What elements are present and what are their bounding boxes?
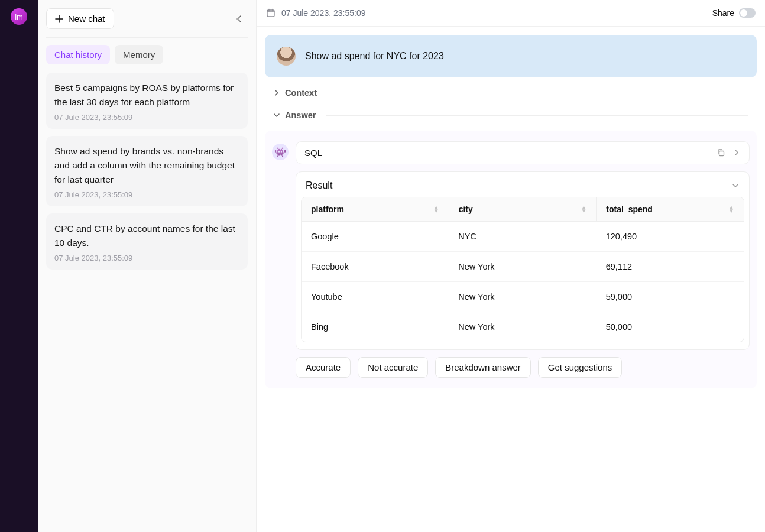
column-header-total-spend[interactable]: total_spend ▲▼: [597, 197, 744, 221]
plus-icon: [55, 15, 63, 23]
tab-memory[interactable]: Memory: [115, 45, 163, 64]
history-item-title: Show ad spend by brands vs. non-brands a…: [54, 144, 239, 187]
answer-section-header[interactable]: Answer: [265, 108, 757, 122]
answer-block: 👾 SQL Result: [265, 131, 757, 388]
chat-history-list: Best 5 campaigns by ROAS by platforms fo…: [46, 73, 248, 270]
sql-row[interactable]: SQL: [296, 141, 750, 164]
column-header-city[interactable]: city ▲▼: [449, 197, 597, 221]
sort-icon: ▲▼: [433, 206, 439, 213]
breakdown-answer-button[interactable]: Breakdown answer: [435, 357, 531, 378]
column-label: platform: [311, 205, 344, 214]
feedback-row: Accurate Not accurate Breakdown answer G…: [296, 357, 750, 378]
get-suggestions-button[interactable]: Get suggestions: [538, 357, 622, 378]
cell-platform: Facebook: [302, 252, 449, 281]
result-table: platform ▲▼ city ▲▼ total_spend ▲▼: [301, 197, 744, 342]
cell-platform: Bing: [302, 312, 449, 342]
sidebar-tabs: Chat history Memory: [46, 45, 248, 64]
user-prompt-text: Show ad spend for NYC for 2023: [305, 51, 444, 61]
share-label: Share: [712, 8, 734, 18]
svg-rect-1: [719, 151, 724, 156]
answer-label: Answer: [285, 111, 316, 120]
result-card: Result platform ▲▼ city: [296, 171, 750, 350]
history-item-date: 07 Jule 2023, 23:55:09: [54, 190, 239, 199]
chevron-down-icon: [273, 112, 280, 119]
user-prompt-card: Show ad spend for NYC for 2023: [265, 35, 757, 77]
bot-avatar: 👾: [272, 144, 289, 160]
main-panel: 07 Jule 2023, 23:55:09 Share Show ad spe…: [257, 0, 765, 532]
sidebar: New chat Chat history Memory Best 5 camp…: [38, 0, 257, 532]
cell-total-spend: 59,000: [597, 282, 744, 312]
history-item[interactable]: Show ad spend by brands vs. non-brands a…: [46, 136, 248, 206]
tab-chat-history[interactable]: Chat history: [46, 45, 110, 64]
chevron-down-icon[interactable]: [731, 181, 740, 190]
sql-actions: [717, 148, 741, 157]
cell-city: NYC: [449, 222, 596, 251]
column-label: total_spend: [606, 205, 653, 214]
context-section-header[interactable]: Context: [265, 86, 757, 100]
header-left: 07 Jule 2023, 23:55:09: [266, 8, 365, 18]
user-avatar: [277, 47, 296, 66]
new-chat-label: New chat: [68, 14, 105, 24]
answer-body: SQL Result: [296, 141, 750, 378]
chevron-right-icon[interactable]: [732, 148, 741, 157]
table-header-row: platform ▲▼ city ▲▼ total_spend ▲▼: [302, 197, 744, 222]
svg-rect-0: [267, 10, 274, 17]
column-header-platform[interactable]: platform ▲▼: [302, 197, 449, 221]
table-row: Bing New York 50,000: [302, 312, 744, 342]
main-header: 07 Jule 2023, 23:55:09 Share: [257, 0, 765, 27]
header-timestamp: 07 Jule 2023, 23:55:09: [281, 8, 365, 18]
share-control: Share: [712, 8, 756, 18]
column-label: city: [459, 205, 473, 214]
history-item[interactable]: CPC and CTR by account names for the las…: [46, 213, 248, 270]
share-toggle[interactable]: [739, 8, 756, 18]
arrow-left-icon: [235, 14, 244, 24]
content: Show ad spend for NYC for 2023 Context A…: [257, 27, 765, 397]
new-chat-button[interactable]: New chat: [46, 8, 114, 29]
collapse-sidebar-button[interactable]: [231, 11, 248, 27]
history-item-title: CPC and CTR by account names for the las…: [54, 222, 239, 250]
history-item-title: Best 5 campaigns by ROAS by platforms fo…: [54, 81, 239, 109]
cell-total-spend: 69,112: [597, 252, 744, 281]
history-item[interactable]: Best 5 campaigns by ROAS by platforms fo…: [46, 73, 248, 129]
cell-total-spend: 120,490: [597, 222, 744, 251]
table-row: Google NYC 120,490: [302, 222, 744, 252]
left-rail: im: [0, 0, 38, 532]
context-label: Context: [285, 88, 317, 98]
sidebar-top: New chat: [46, 8, 248, 38]
sort-icon: ▲▼: [581, 206, 586, 213]
result-title: Result: [306, 180, 332, 191]
chevron-right-icon: [273, 89, 280, 96]
divider: [328, 93, 748, 93]
cell-city: New York: [449, 252, 596, 281]
accurate-button[interactable]: Accurate: [296, 357, 351, 378]
result-top: Result: [296, 180, 749, 197]
cell-total-spend: 50,000: [597, 312, 744, 342]
cell-platform: Youtube: [302, 282, 449, 312]
cell-city: New York: [449, 282, 596, 312]
sort-icon: ▲▼: [728, 206, 734, 213]
not-accurate-button[interactable]: Not accurate: [358, 357, 428, 378]
cell-platform: Google: [302, 222, 449, 251]
history-item-date: 07 Jule 2023, 23:55:09: [54, 113, 239, 122]
sql-label: SQL: [304, 148, 322, 158]
calendar-icon: [266, 8, 275, 18]
copy-icon[interactable]: [717, 148, 725, 157]
divider: [326, 115, 748, 116]
app-logo[interactable]: im: [11, 8, 27, 25]
table-row: Youtube New York 59,000: [302, 282, 744, 312]
table-row: Facebook New York 69,112: [302, 252, 744, 282]
cell-city: New York: [449, 312, 596, 342]
history-item-date: 07 Jule 2023, 23:55:09: [54, 254, 239, 262]
